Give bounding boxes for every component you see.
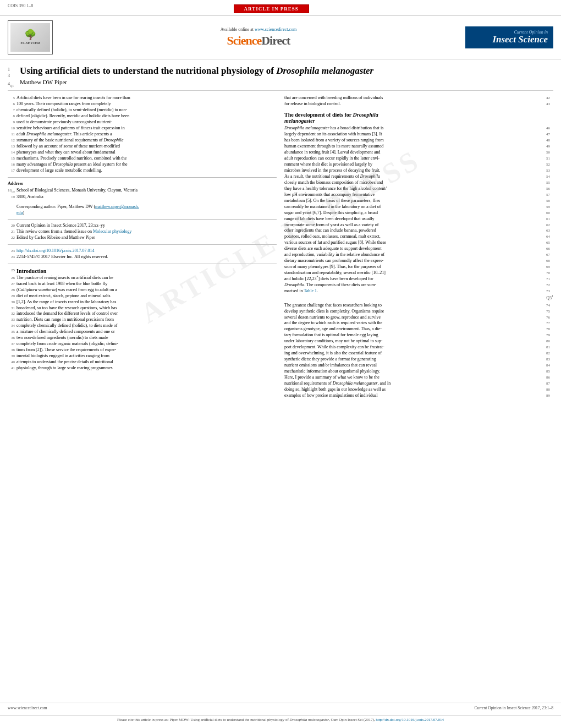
right-line-55: closely match the biomass composition of… bbox=[284, 180, 553, 186]
right-opening: that are concerned with breeding million… bbox=[284, 95, 553, 107]
abstract-line-16: 16 many advantages of Drosophila present… bbox=[8, 162, 277, 168]
abstract-line-10: 10 sensitive behaviours and patterns of … bbox=[8, 125, 277, 132]
address-heading: Address bbox=[8, 181, 277, 186]
right-line-64: potatoes, rolled oats, molasses, cornmea… bbox=[284, 234, 553, 240]
right-line-84: nutrient omissions and/or imbalances tha… bbox=[284, 363, 553, 369]
right-line-43: for release in biological control. 43 bbox=[284, 101, 553, 107]
right-line-59: can readily be maintained in the laborat… bbox=[284, 204, 553, 210]
journal-logo-box: Current Opinion in Insect Science bbox=[465, 26, 553, 48]
intro-line-38: 38 tions from [2]). These service the re… bbox=[8, 347, 277, 353]
right-line-58: metabolism [5]. On the basis of these pa… bbox=[284, 198, 553, 204]
right-line-71: and holidic [22,23*] diets have been dev… bbox=[284, 276, 553, 282]
right-line-48: has been isolated from a variety of sour… bbox=[284, 138, 553, 144]
intro-line-35: 35 a mixture of chemically defined compo… bbox=[8, 329, 277, 335]
right-line-80: under laboratory conditions, may not be … bbox=[284, 338, 553, 344]
sciencedirect-url[interactable]: www.sciencedirect.com bbox=[255, 27, 296, 32]
abstract-line-5: 5 Artificial diets have been in use for … bbox=[8, 95, 277, 101]
col-left: 5 Artificial diets have been in use for … bbox=[8, 95, 277, 399]
elsevier-logo: 🌳 ELSEVIER bbox=[8, 20, 52, 54]
intro-line-32: 32 introduced the demand for different l… bbox=[8, 311, 277, 317]
article-author: Matthew DW Piper bbox=[20, 79, 553, 85]
doi-section: 23 http://dx.doi.org/10.1016/j.cois.2017… bbox=[8, 248, 277, 260]
abstract-line-14: 14 phenotypes and what they can reveal a… bbox=[8, 150, 277, 156]
intro-line-36: 36 two non-defined ingredients (meridic)… bbox=[8, 335, 277, 341]
right-line-77: and the degree to which each is required… bbox=[284, 320, 553, 326]
meta-line-22: 22 Edited by Carlos Ribeiro and Matthew … bbox=[8, 235, 277, 241]
abstract-line-8: 8 defined (oligidic). Recently, meridic … bbox=[8, 113, 277, 119]
title-line-nums: 1 3 4Q1 bbox=[8, 65, 20, 88]
intro-line-33: 33 nutrition. Diets can range in nutriti… bbox=[8, 317, 277, 323]
author-email[interactable]: matthew.piper@monash.edu bbox=[16, 204, 139, 215]
corresponding-author: Corresponding author: Piper, Matthew DW … bbox=[16, 204, 277, 216]
address-line-18: 18Q2 School of Biological Sciences, Mona… bbox=[8, 188, 277, 194]
right-line-79: tary formulation that is optimal for fem… bbox=[284, 332, 553, 338]
intro-heading-line: 25 Introduction bbox=[8, 267, 277, 275]
right-line-78: organisms genotype, age and environment.… bbox=[284, 326, 553, 332]
page-footer: www.sciencedirect.com Current Opinion in… bbox=[0, 703, 561, 713]
doi-link[interactable]: http://dx.doi.org/10.1016/j.cois.2017.07… bbox=[16, 248, 94, 253]
sciencedirect-logo: ScienceDirect bbox=[52, 34, 465, 48]
meta-section: 20 Current Opinion in Insect Science 201… bbox=[8, 223, 277, 241]
meta-divider bbox=[8, 219, 277, 220]
right-line-81: port development. While this complexity … bbox=[284, 344, 553, 351]
article-title: Using artificial diets to understand the… bbox=[20, 65, 553, 76]
right-line-74: The greatest challenge that faces resear… bbox=[284, 303, 553, 309]
right-line-61: range of lab diets have been developed t… bbox=[284, 216, 553, 222]
journal-id: COIS 390 1–8 bbox=[8, 3, 33, 8]
right-line-83: synthetic diets: they provide a format f… bbox=[284, 357, 553, 363]
abstract-line-9: 9 used to demonstrate previously unrecog… bbox=[8, 119, 277, 125]
right-line-75: develop synthetic diets is complexity. O… bbox=[284, 309, 553, 315]
center-logos: Available online at www.sciencedirect.co… bbox=[52, 27, 465, 48]
introduction-section: 25 Introduction 26 The practice of reari… bbox=[8, 267, 277, 371]
right-line-63: other ingredients that can include banan… bbox=[284, 228, 553, 234]
doi-line-24: 24 2214-5745/© 2017 Elsevier Inc. All ri… bbox=[8, 254, 277, 260]
q3-marker: Q31 bbox=[284, 294, 553, 300]
right-line-46: Drosophila melanogaster has a broad dist… bbox=[284, 125, 553, 132]
table1-link[interactable]: Table 1 bbox=[304, 288, 317, 293]
available-text: Available online at www.sciencedirect.co… bbox=[52, 27, 465, 32]
intro-line-29: 29 diet of meat extract, starch, peptone… bbox=[8, 293, 277, 299]
intro-divider bbox=[8, 264, 277, 264]
doi-divider bbox=[8, 244, 277, 245]
right-line-82: ing and overwhelming, it is also the ess… bbox=[284, 351, 553, 357]
right-line-56: they have a healthy tolerance for the hi… bbox=[284, 186, 553, 192]
right-line-52: ronment where their diet is provisioned … bbox=[284, 162, 553, 168]
right-line-72: Drosophila. The components of these diet… bbox=[284, 282, 553, 288]
right-line-49: human excrement through to its more natu… bbox=[284, 144, 553, 150]
intro-line-28: 28 (Calliphora vomitoria) was reared fro… bbox=[8, 287, 277, 293]
intro-line-41: 41 physiology, through to large scale re… bbox=[8, 365, 277, 371]
intro-line-37: 37 completely from crude organic materia… bbox=[8, 341, 277, 347]
page-header: COIS 390 1–8 ARTICLE IN PRESS bbox=[0, 0, 561, 16]
intro-line-31: 31 broadened, so too have the research q… bbox=[8, 305, 277, 311]
right-line-76: several dozen nutrients to grow, reprodu… bbox=[284, 315, 553, 321]
doi-line-23: 23 http://dx.doi.org/10.1016/j.cois.2017… bbox=[8, 248, 277, 254]
right-line-47: largely dependent on its association wit… bbox=[284, 132, 553, 138]
address-line-19: 19 3800, Australia bbox=[8, 194, 277, 200]
col-right: that are concerned with breeding million… bbox=[284, 95, 553, 399]
address-divider bbox=[8, 177, 277, 178]
right-line-50: abundance in rotting fruit [4]. Larval d… bbox=[284, 150, 553, 156]
journal-title: Insect Science bbox=[471, 35, 548, 45]
footer-left: www.sciencedirect.com bbox=[8, 705, 47, 710]
intro-line-39: 39 imental biologists engaged in activit… bbox=[8, 353, 277, 359]
abstract-line-15: 15 mechanisms. Precisely controlled nutr… bbox=[8, 156, 277, 162]
main-two-col: 5 Artificial diets have been in use for … bbox=[0, 91, 561, 399]
footer-citation: Please cite this article in press as: Pi… bbox=[0, 715, 561, 724]
article-in-press-area: ARTICLE IN PRESS bbox=[33, 3, 509, 13]
article-in-press-banner: ARTICLE IN PRESS bbox=[234, 4, 309, 13]
abstract-line-6: 6 100 years. Their composition ranges fr… bbox=[8, 101, 277, 107]
right-line-85: mechanistic information about organismal… bbox=[284, 369, 553, 375]
right-line-89: examples of how precise manipulations of… bbox=[284, 393, 553, 399]
right-line-60: sugar and yeast [6,7]. Despite this simp… bbox=[284, 210, 553, 216]
right-line-88: doing so, highlight both gaps in our kno… bbox=[284, 387, 553, 393]
abstract-line-7: 7 chemically defined (holidic), to semi-… bbox=[8, 107, 277, 113]
footer-doi-link[interactable]: http://dx.doi.org/10.1016/j.cois.2017.07… bbox=[376, 718, 444, 722]
intro-line-26: 26 The practice of rearing insects on ar… bbox=[8, 275, 277, 281]
right-line-65: various sources of fat and purified suga… bbox=[284, 240, 553, 246]
right-section-body: Drosophila melanogaster has a broad dist… bbox=[284, 125, 553, 294]
intro-line-30: 30 [1,2]. As the range of insects reared… bbox=[8, 299, 277, 305]
meta-line-21: 21 This review comes from a themed issue… bbox=[8, 229, 277, 235]
right-line-69: sion of many phenotypes [9]. Thus, for t… bbox=[284, 264, 553, 270]
right-line-53: microbes involved in the process of deca… bbox=[284, 168, 553, 174]
intro-line-34: 34 completely chemically defined (holidi… bbox=[8, 323, 277, 329]
